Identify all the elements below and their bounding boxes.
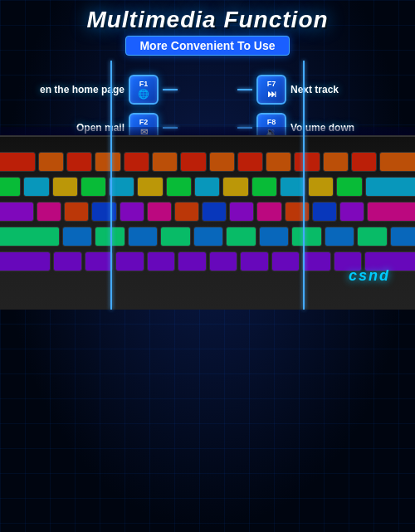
key-1 (23, 177, 49, 197)
key-2 (52, 177, 78, 197)
main-title: Multimedia Function (0, 7, 415, 33)
key-f3 (95, 152, 120, 172)
key-h (226, 227, 256, 246)
key-backspace (365, 177, 415, 197)
key-del (379, 152, 415, 172)
key-enter (367, 202, 415, 222)
f1-key: F1 🌐 (129, 75, 159, 105)
fn-row-f1: en the home page F1 🌐 (40, 72, 178, 107)
key-p (285, 202, 310, 222)
key-a (62, 227, 92, 246)
keyboard-body: csnd (0, 135, 415, 310)
title-section: Multimedia Function More Convenient To U… (0, 0, 415, 56)
key-k (291, 227, 321, 246)
key-f8 (237, 152, 263, 172)
key-semi (357, 227, 387, 246)
key-f6 (180, 152, 206, 172)
key-f4 (124, 152, 149, 172)
key-o (256, 202, 281, 222)
key-4 (109, 177, 134, 197)
key-7 (194, 177, 220, 197)
key-row-0 (0, 152, 415, 172)
subtitle-box: More Convenient To Use (125, 36, 289, 56)
key-v (147, 251, 176, 271)
main-content: Multimedia Function More Convenient To U… (0, 0, 415, 310)
key-f11 (323, 152, 349, 172)
key-caps (0, 227, 60, 246)
right-bracket-line (303, 61, 305, 310)
f1-connector (163, 89, 178, 90)
key-i (229, 202, 254, 222)
f7-connector (237, 89, 252, 90)
key-q (37, 202, 61, 222)
key-f9 (266, 152, 291, 172)
key-l (325, 227, 354, 246)
key-row-1 (0, 177, 415, 197)
brand-label: csnd (349, 267, 390, 285)
key-0 (280, 177, 305, 197)
key-b (178, 251, 207, 271)
key-c (115, 251, 144, 271)
subtitle-text: More Convenient To Use (139, 39, 275, 52)
key-rbracket (339, 202, 364, 222)
key-y (174, 202, 199, 222)
key-3 (81, 177, 106, 197)
key-8 (222, 177, 248, 197)
key-9 (251, 177, 277, 197)
f7-label: Next track (290, 84, 339, 95)
key-u (202, 202, 227, 222)
key-esc (0, 152, 36, 172)
key-f12 (351, 152, 377, 172)
keyboard-led (0, 152, 415, 276)
key-lbracket (312, 202, 337, 222)
key-tilde (0, 177, 21, 197)
key-m (240, 251, 269, 271)
key-row-3 (0, 227, 415, 246)
key-j (259, 227, 289, 246)
key-f (160, 227, 190, 246)
key-comma (271, 251, 300, 271)
key-x (85, 251, 114, 271)
keyboard-section: csnd (0, 127, 415, 310)
f7-key: F7 ⏭ (256, 75, 286, 105)
key-f5 (152, 152, 178, 172)
key-r (120, 202, 144, 222)
key-period (302, 251, 331, 271)
left-bracket-line (110, 61, 112, 310)
key-n (209, 251, 238, 271)
key-f7 (209, 152, 235, 172)
key-f1 (38, 152, 64, 172)
key-equal (336, 177, 362, 197)
key-w (64, 202, 89, 222)
key-lshift (0, 251, 51, 271)
key-g (193, 227, 223, 246)
key-row-2 (0, 202, 415, 222)
key-d (128, 227, 158, 246)
key-minus (308, 177, 334, 197)
key-6 (166, 177, 192, 197)
key-tab (0, 202, 34, 222)
key-f2 (66, 152, 92, 172)
fn-row-f7: F7 ⏭ Next track (237, 72, 339, 107)
key-z (53, 251, 82, 271)
key-f10 (294, 152, 320, 172)
key-5 (137, 177, 163, 197)
key-t (147, 202, 172, 222)
key-e (91, 202, 116, 222)
key-quote (390, 227, 415, 246)
